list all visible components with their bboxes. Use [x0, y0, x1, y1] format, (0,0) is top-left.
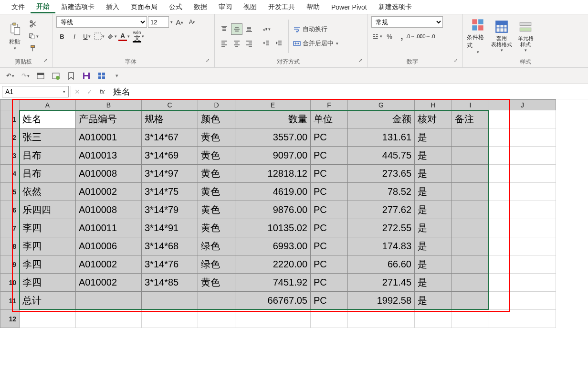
cell-G11[interactable]: 1992.58: [348, 292, 415, 310]
cell-I1[interactable]: 备注: [452, 110, 489, 128]
cell-I10[interactable]: [452, 274, 489, 292]
row-header-10[interactable]: 10: [0, 274, 20, 292]
cell-D5[interactable]: 黄色: [198, 183, 235, 201]
cell-A9[interactable]: 李四: [20, 255, 76, 274]
decrease-indent-button[interactable]: [261, 38, 272, 49]
cell-E2[interactable]: 3557.00: [235, 128, 311, 147]
cell-G9[interactable]: 66.60: [348, 255, 415, 274]
accounting-format-button[interactable]: ☳▾: [371, 31, 383, 42]
cell-A6[interactable]: 乐四四: [20, 201, 76, 219]
copy-button[interactable]: ▾: [28, 31, 39, 42]
cell-B3[interactable]: A010013: [76, 147, 142, 165]
cell-J4[interactable]: [489, 165, 556, 183]
clipboard-dialog-launcher[interactable]: ⤢: [42, 58, 48, 63]
increase-font-button[interactable]: A▴: [174, 16, 185, 28]
font-color-button[interactable]: A▾: [118, 31, 130, 42]
cell-F5[interactable]: PC: [311, 183, 348, 201]
cell-A3[interactable]: 吕布: [20, 147, 76, 165]
cell-G5[interactable]: 78.52: [348, 183, 415, 201]
menu-item-6[interactable]: 数据: [188, 1, 213, 13]
cell-J10[interactable]: [489, 274, 556, 292]
menu-item-0[interactable]: 文件: [6, 1, 31, 13]
menu-item-7[interactable]: 审阅: [213, 1, 238, 13]
cell-B6[interactable]: A010008: [76, 201, 142, 219]
cell-I5[interactable]: [452, 183, 489, 201]
col-header-J[interactable]: J: [489, 100, 556, 110]
cell-H4[interactable]: 是: [415, 165, 452, 183]
cell-D7[interactable]: 黄色: [198, 219, 235, 237]
cell-B8[interactable]: A010006: [76, 237, 142, 255]
cell-F12[interactable]: [311, 310, 348, 328]
col-header-E[interactable]: E: [235, 100, 311, 110]
cell-C3[interactable]: 3*14*69: [142, 147, 198, 165]
menu-item-1[interactable]: 开始: [31, 0, 55, 13]
menu-item-4[interactable]: 页面布局: [125, 1, 163, 13]
col-header-D[interactable]: D: [198, 100, 235, 110]
cell-E3[interactable]: 9097.00: [235, 147, 311, 165]
row-header-8[interactable]: 8: [0, 237, 20, 255]
italic-button[interactable]: I: [69, 31, 80, 42]
cell-J12[interactable]: [489, 310, 556, 328]
bold-button[interactable]: B: [56, 31, 68, 42]
col-header-H[interactable]: H: [415, 100, 452, 110]
cell-H7[interactable]: 是: [415, 219, 452, 237]
cell-A7[interactable]: 李四: [20, 219, 76, 237]
cell-B10[interactable]: A010002: [76, 274, 142, 292]
merge-center-button[interactable]: 合并后居中▾: [293, 38, 355, 49]
cell-A11[interactable]: 总计: [20, 292, 76, 310]
cell-G10[interactable]: 271.45: [348, 274, 415, 292]
row-header-4[interactable]: 4: [0, 165, 20, 183]
align-right-button[interactable]: [243, 38, 255, 49]
cell-C2[interactable]: 3*14*67: [142, 128, 198, 147]
increase-indent-button[interactable]: [273, 38, 284, 49]
border-button[interactable]: ▾: [94, 31, 105, 42]
cell-E4[interactable]: 12818.12: [235, 165, 311, 183]
cell-H12[interactable]: [415, 310, 452, 328]
cell-A2[interactable]: 张三: [20, 128, 76, 147]
alignment-dialog-launcher[interactable]: ⤢: [357, 58, 363, 63]
cell-D4[interactable]: 黄色: [198, 165, 235, 183]
cell-E1[interactable]: 数量: [235, 110, 311, 128]
cell-E6[interactable]: 9876.00: [235, 201, 311, 219]
cell-A10[interactable]: 李四: [20, 274, 76, 292]
row-header-2[interactable]: 2: [0, 128, 20, 147]
format-painter-button[interactable]: [28, 43, 39, 54]
font-name-select[interactable]: 等线: [56, 16, 147, 28]
cell-G6[interactable]: 277.62: [348, 201, 415, 219]
cell-C9[interactable]: 3*14*76: [142, 255, 198, 274]
cell-F3[interactable]: PC: [311, 147, 348, 165]
cell-D11[interactable]: [198, 292, 235, 310]
cell-E8[interactable]: 6993.00: [235, 237, 311, 255]
cell-G12[interactable]: [348, 310, 415, 328]
cell-B11[interactable]: [76, 292, 142, 310]
cell-A8[interactable]: 李四: [20, 237, 76, 255]
cell-B9[interactable]: A010002: [76, 255, 142, 274]
menu-item-5[interactable]: 公式: [163, 1, 188, 13]
cell-E7[interactable]: 10135.02: [235, 219, 311, 237]
cell-D8[interactable]: 绿色: [198, 237, 235, 255]
cell-H10[interactable]: 是: [415, 274, 452, 292]
orientation-button[interactable]: ⇗▾: [261, 23, 272, 35]
cell-J1[interactable]: [489, 110, 556, 128]
row-header-3[interactable]: 3: [0, 147, 20, 165]
formula-input[interactable]: [108, 86, 588, 97]
cell-A4[interactable]: 吕布: [20, 165, 76, 183]
cell-B12[interactable]: [76, 310, 142, 328]
row-header-5[interactable]: 5: [0, 183, 20, 201]
menu-item-2[interactable]: 新建选项卡: [55, 1, 100, 13]
undo-button[interactable]: ↶▾: [4, 70, 16, 82]
underline-button[interactable]: U▾: [81, 31, 93, 42]
row-header-12[interactable]: 12: [0, 310, 20, 328]
cell-D12[interactable]: [198, 310, 235, 328]
cell-C6[interactable]: 3*14*79: [142, 201, 198, 219]
row-header-7[interactable]: 7: [0, 219, 20, 237]
cell-H1[interactable]: 核对: [415, 110, 452, 128]
cell-H8[interactable]: 是: [415, 237, 452, 255]
cell-J7[interactable]: [489, 219, 556, 237]
menu-item-9[interactable]: 开发工具: [262, 1, 301, 13]
align-middle-button[interactable]: [231, 23, 242, 35]
cell-E9[interactable]: 2220.00: [235, 255, 311, 274]
cell-C11[interactable]: [142, 292, 198, 310]
cell-J2[interactable]: [489, 128, 556, 147]
cancel-formula-button[interactable]: ✕: [71, 86, 84, 97]
